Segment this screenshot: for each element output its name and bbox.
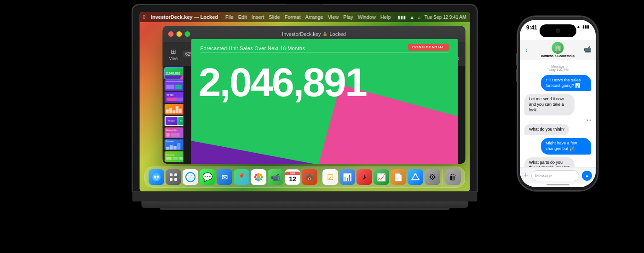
svg-point-13 [258,173,260,175]
slide-canvas: Forecasted Unit Sales Over Next 18 Month… [191,39,458,164]
svg-point-12 [257,175,260,179]
slide-thumb-6[interactable]: Bottoms Up [165,127,184,138]
messages-header: ‹ 🏢 Battleship Leadership 📹 [520,40,596,60]
view-icon: ⊞ [171,48,176,55]
clock: Tue Sep 12 9:41 AM [425,15,466,20]
svg-point-18 [259,174,262,176]
volume-down-button[interactable] [516,69,518,82]
dock-facetime[interactable]: 📹 [268,169,283,185]
slide-thumb-4[interactable] [165,104,184,115]
menu-arrange[interactable]: Arrange [305,14,323,20]
menu-view[interactable]: View [328,14,339,20]
slide-view: Forecasted Unit Sales Over Next 18 Month… [184,66,466,164]
minimize-button[interactable] [177,31,182,37]
iphone-body: 9:41 ▮▮▮ ▲ ▮▮▮ ‹ 🏢 Battleship Leadership… [518,16,598,191]
menu-window[interactable]: Window [358,14,376,20]
message-received-2: What do you think? [524,124,569,135]
menu-insert[interactable]: Insert [252,14,264,20]
front-camera [556,29,560,33]
message-received-1: Let me send it now and you can take a lo… [524,94,575,115]
app-name: InvestorDeck.key — Locked [151,14,218,20]
svg-point-20 [259,178,262,180]
dock-launchpad[interactable] [166,169,181,185]
dock-calendar[interactable]: SEP 12 [285,169,300,185]
dock-numbers[interactable]: 📈 [374,169,389,185]
slide-thumb-5[interactable]: Budget Forecast [165,116,184,126]
keynote-window: InvestorDeck.key 🔒 Locked ⊞ View 62% ▾ [163,26,466,164]
dock-safari[interactable] [183,169,198,185]
dock-photos[interactable] [251,169,266,185]
keynote-title: InvestorDeck.key 🔒 Locked [282,31,346,37]
zoom-button[interactable] [185,31,190,37]
dock-reminders[interactable]: ☑ [322,169,338,185]
dock-appstore[interactable] [408,169,423,185]
slide-header-line [201,52,449,52]
volume-up-button[interactable] [516,53,518,66]
slide-confidential-badge: CONFIDENTIAL [408,44,449,51]
slide-title: Forecasted Unit Sales Over Next 18 Month… [201,46,305,51]
home-indicator [546,184,569,185]
dock: 💬 ✉ 📍 📹 [144,167,465,188]
slide-thumb-7[interactable]: Forecast [165,139,184,150]
message-placeholder: Message [535,173,552,178]
svg-point-19 [255,178,258,180]
send-button[interactable]: ▲ [582,171,592,181]
close-button[interactable] [168,31,174,37]
dock-messages[interactable]: 💬 [200,169,215,185]
menu-slide[interactable]: Slide [269,14,280,20]
toolbar-view[interactable]: ⊞ View [167,48,181,61]
battery-icon: ▮▮▮ [582,24,589,29]
iphone: 9:41 ▮▮▮ ▲ ▮▮▮ ‹ 🏢 Battleship Leadership… [518,16,598,191]
svg-point-1 [154,176,156,178]
message-sent-2: Might have a few changes but 🎉 [541,138,591,154]
dock-finder[interactable] [149,169,164,185]
menu-format[interactable]: Format [285,14,301,20]
dock-mail[interactable]: ✉ [217,169,232,185]
slide-thumb-8[interactable]: Summary [165,151,184,162]
svg-rect-4 [174,173,177,176]
slide-panel[interactable]: 2,046,891 [163,66,184,164]
send-icon: ▲ [585,173,589,178]
menu-edit[interactable]: Edit [238,14,247,20]
search-icon[interactable]: ⌕ [418,15,421,20]
lock-status: Locked [329,31,345,37]
dock-music[interactable]: ♪ [356,169,372,185]
menu-file[interactable]: File [225,14,234,20]
slide-thumb-3[interactable]: 52,191 [165,92,184,103]
svg-rect-3 [170,173,172,176]
menu-help[interactable]: Help [380,14,391,20]
back-button[interactable]: ‹ [525,46,528,54]
power-button[interactable] [598,60,599,80]
timestamp-1: Message Today 9:21 PM [524,65,591,71]
add-attachment-button[interactable]: + [523,171,529,180]
wifi-icon: ▲ [576,24,581,29]
video-call-button[interactable]: 📹 [583,46,591,53]
slide-thumb-2[interactable] [165,80,184,91]
apple-menu[interactable]:  [144,14,145,20]
macbook-bottom [132,191,477,201]
dock-bear[interactable]: 🐻 [302,169,317,185]
svg-point-14 [258,179,260,182]
dock-trash[interactable]: 🗑 [445,169,461,185]
macbook-display:  InvestorDeck.key — Locked File Edit In… [140,12,470,191]
dock-separator [320,169,320,185]
keynote-content: 2,046,891 [163,66,466,164]
svg-marker-11 [188,177,190,180]
iphone-screen: 9:41 ▮▮▮ ▲ ▮▮▮ ‹ 🏢 Battleship Leadership… [520,20,596,187]
file-name: InvestorDeck.key [282,31,321,37]
svg-point-15 [254,176,257,178]
macbook-bezel:  InvestorDeck.key — Locked File Edit In… [132,5,477,191]
dock-maps[interactable]: 📍 [234,169,249,185]
message-sent-1: Hi! How's the sales forecast going? 📊 [541,75,591,91]
svg-point-17 [255,174,258,176]
messages-body[interactable]: Message Today 9:21 PM Hi! How's the sale… [520,60,596,167]
lock-icon: 🔒 [322,32,328,36]
message-input[interactable]: Message [531,170,579,181]
dock-keynote[interactable]: 📊 [339,169,355,185]
slide-thumb-1[interactable]: 2,046,891 [165,68,184,79]
svg-rect-5 [170,178,172,181]
dock-pages[interactable]: 📄 [391,169,406,185]
dock-settings[interactable]: ⚙ [425,169,440,185]
menu-play[interactable]: Play [343,14,353,20]
contact-avatar[interactable]: 🏢 [552,42,564,54]
